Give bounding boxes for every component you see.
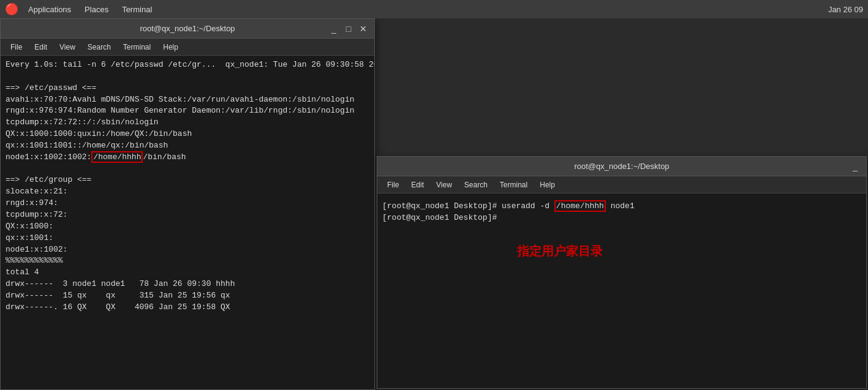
terminal-body-left: Every 1.0s: tail -n 6 /etc/passwd /etc/g… [1,56,374,317]
terminal-line-4: rngd:x:976:974:Random Number Generator D… [6,105,369,117]
terminal-menubar-right: File Edit View Search Terminal Help [377,176,866,193]
terminal-titlebar-right: root@qx_node1:~/Desktop _ [377,157,866,176]
terminal-line-8: node1:x:1002:1002:/home/hhhh/bin/bash [6,152,369,163]
maximize-btn-left[interactable]: □ [342,23,355,35]
menu-terminal-right[interactable]: Terminal [495,179,532,191]
terminal-line-18: total 4 [6,267,369,279]
terminal-line-7: qx:x:1001:1001::/home/qx:/bin/bash [6,140,369,152]
terminal-line-16: node1:x:1002: [6,244,369,256]
menu-search-right[interactable]: Search [459,179,492,191]
terminal-right-line1: [root@qx_node1 Desktop]# useradd -d /hom… [382,201,861,212]
terminal-line-9 [6,163,369,175]
highlight-home-hhhh-right: /home/hhhh [554,200,606,212]
terminal-line-10: ==> /etc/group <== [6,174,369,186]
terminal-right-line2: [root@qx_node1 Desktop]# [382,212,861,224]
terminal-body-right: [root@qx_node1 Desktop]# useradd -d /hom… [377,193,866,264]
terminal-line-20: drwx------ 15 qx qx 315 Jan 25 19:56 qx [6,290,369,302]
terminal-title-right: root@qx_node1:~/Desktop [574,162,669,171]
menu-terminal-left[interactable]: Terminal [118,41,156,53]
minimize-btn-left[interactable]: _ [328,23,340,35]
redhat-icon: 🔴 [5,2,18,16]
menu-help-left[interactable]: Help [158,41,183,53]
terminal-line-3: avahi:x:70:70:Avahi mDNS/DNS-SD Stack:/v… [6,94,369,106]
menu-file-right[interactable]: File [382,179,404,191]
close-btn-left[interactable]: ✕ [357,23,369,35]
terminal-line-6: QX:x:1000:1000:quxin:/home/QX:/bin/bash [6,129,369,140]
terminal-menu[interactable]: Terminal [116,2,158,17]
terminal-line-2: ==> /etc/passwd <== [6,83,369,94]
menu-help-right[interactable]: Help [535,179,560,191]
highlight-home-hhhh-left: /home/hhhh [91,151,143,163]
terminal-line-14: QX:x:1000: [6,221,369,233]
system-datetime: Jan 26 09 [828,5,863,14]
terminal-line-11: slocate:x:21: [6,186,369,198]
terminal-window-left: root@qx_node1:~/Desktop _ □ ✕ File Edit … [0,18,375,390]
minimize-btn-right[interactable]: _ [849,160,861,173]
terminal-titlebar-left: root@qx_node1:~/Desktop _ □ ✕ [1,19,374,39]
terminal-menubar-left: File Edit View Search Terminal Help [1,39,374,56]
menu-search-left[interactable]: Search [83,41,116,53]
menu-edit-right[interactable]: Edit [406,179,429,191]
terminal-title-left: root@qx_node1:~/Desktop [140,24,235,33]
terminal-line-17: %%%%%%%%%%%% [6,255,369,267]
menu-view-left[interactable]: View [55,41,80,53]
terminal-line-5: tcpdump:x:72:72::/:/sbin/nologin [6,117,369,129]
menu-view-right[interactable]: View [431,179,457,191]
terminal-line-19: drwx------ 3 node1 node1 78 Jan 26 09:30… [6,279,369,290]
places-menu[interactable]: Places [78,2,115,17]
menu-file-left[interactable]: File [6,41,27,53]
terminal-line-15: qx:x:1001: [6,233,369,244]
terminal-line-21: drwx------. 16 QX QX 4096 Jan 25 19:58 Q… [6,302,369,313]
terminal-line-13: tcpdump:x:72: [6,209,369,221]
system-bar: 🔴 Applications Places Terminal Jan 26 09 [0,0,868,18]
terminal-window-right: root@qx_node1:~/Desktop _ File Edit View… [377,156,867,389]
system-bar-left: 🔴 Applications Places Terminal [5,2,158,17]
terminal-controls-right: _ [849,160,861,173]
applications-menu[interactable]: Applications [22,2,77,17]
terminal-controls-left: _ □ ✕ [328,23,369,35]
terminal-line-0: Every 1.0s: tail -n 6 /etc/passwd /etc/g… [6,59,369,71]
terminal-line-1 [6,71,369,83]
menu-edit-left[interactable]: Edit [29,41,52,53]
annotation-text: 指定用户家目录 [517,242,861,260]
terminal-line-12: rngd:x:974: [6,198,369,209]
